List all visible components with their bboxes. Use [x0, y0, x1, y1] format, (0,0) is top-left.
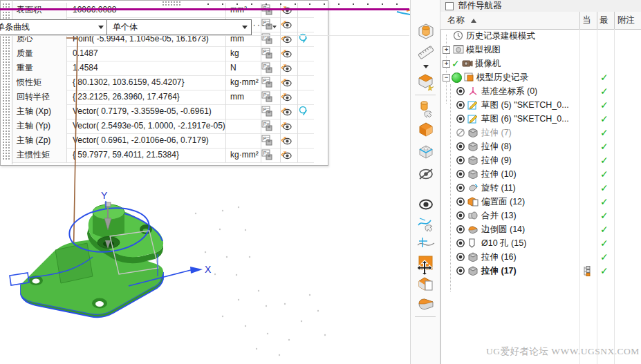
tree-item-label[interactable]: 拉伸 (9): [481, 153, 512, 167]
show-icon[interactable]: [416, 195, 436, 214]
tree-item-label[interactable]: 拉伸 (7): [481, 126, 512, 140]
tree-item-草图-5-SKETCH_0-[interactable]: 草图 (5) "SKETCH_0...✓: [440, 98, 641, 112]
curve-point-icon[interactable]: [416, 234, 436, 253]
column-current[interactable]: 当: [582, 12, 591, 29]
tree-item-摄像机[interactable]: +✓摄像机: [440, 57, 641, 70]
uptodate-check-icon: ✓: [600, 84, 609, 98]
extrude-feature-icon: [467, 141, 479, 151]
tree-item-拉伸-10-[interactable]: 拉伸 (10)✓: [440, 167, 641, 181]
forum-watermark: UG爱好者论坛 WWW.UGSNX.COM: [486, 345, 640, 358]
tree-item-label[interactable]: 草图 (5) "SKETCH_0...: [481, 98, 569, 112]
edit-sketch-icon[interactable]: [416, 214, 436, 233]
expand-icon[interactable]: +: [443, 60, 450, 68]
curve-rule-dropdown[interactable]: 单条曲线: [0, 19, 108, 35]
hide-icon[interactable]: [416, 164, 436, 184]
tree-item-拉伸-16-[interactable]: 拉伸 (16)✓: [440, 250, 641, 264]
tree-item-label[interactable]: 拉伸 (8): [481, 140, 512, 153]
part-model[interactable]: [21, 204, 163, 317]
tree-item-偏置面-12-[interactable]: 偏置面 (12)✓: [440, 195, 641, 209]
chevron-down-icon[interactable]: [242, 26, 248, 29]
tree-item-label[interactable]: 拉伸 (17): [481, 264, 517, 278]
uptodate-check-icon: ✓: [600, 222, 609, 236]
more-options-button[interactable]: ···: [249, 19, 270, 33]
blend-face-icon[interactable]: [416, 294, 436, 314]
tree-item-label[interactable]: 边倒圆 (14): [481, 222, 525, 236]
y-axis-label: Y: [101, 190, 108, 201]
expand-icon[interactable]: +: [443, 46, 450, 54]
chevron-down-icon[interactable]: [98, 26, 104, 29]
eye-icon[interactable]: [456, 224, 465, 234]
dashed-line-points: [207, 3, 408, 5]
csys-feature-icon: [467, 86, 479, 96]
body-rule-dropdown[interactable]: 单个体: [106, 19, 252, 35]
eye-icon[interactable]: [456, 252, 465, 262]
tree-item-合并-13-[interactable]: 合并 (13)✓: [440, 209, 641, 222]
eye-icon[interactable]: [456, 114, 465, 124]
clock-icon: [453, 30, 463, 41]
toolbar-overflow-chevron-icon[interactable]: [272, 26, 277, 28]
navigator-column-header[interactable]: 名称 当 最 附注: [440, 12, 641, 30]
eye-icon[interactable]: [456, 211, 465, 220]
tree-item-label[interactable]: 旋转 (11): [481, 181, 516, 195]
tree-item-模型视图[interactable]: +模型视图: [440, 43, 641, 57]
uptodate-check-icon: ✓: [600, 195, 609, 209]
graphics-viewport[interactable]: X Y: [0, 0, 410, 364]
tree-item-拉伸-7-[interactable]: 拉伸 (7)✓: [440, 126, 641, 140]
tree-item-草图-6-SKETCH_0-[interactable]: 草图 (6) "SKETCH_0...✓: [440, 112, 641, 126]
eye-icon[interactable]: [456, 100, 465, 110]
tree-item-label[interactable]: 模型视图: [466, 43, 501, 57]
sketch-feature-icon: [467, 113, 479, 124]
tree-item-拉伸-8-[interactable]: 拉伸 (8)✓: [440, 140, 641, 153]
unite-feature-icon: [467, 210, 479, 220]
uptodate-check-icon: ✓: [600, 250, 609, 264]
tree-item-边倒圆-14-[interactable]: 边倒圆 (14)✓: [440, 222, 641, 236]
tree-item-拉伸-9-[interactable]: 拉伸 (9)✓: [440, 153, 641, 167]
body-rule-value: 单个体: [113, 22, 138, 32]
sketch-feature-icon: [467, 99, 479, 110]
primitives-icon[interactable]: [416, 99, 436, 118]
tree-item-label[interactable]: 摄像机: [475, 57, 501, 70]
feature-wizard-icon[interactable]: [416, 71, 436, 90]
tree-item-label[interactable]: Ø10 孔 (15): [481, 236, 526, 250]
hole-feature-icon: [467, 238, 476, 248]
eye-icon[interactable]: [456, 142, 465, 151]
tree-item-旋转-11-[interactable]: 旋转 (11)✓: [440, 181, 641, 195]
uptodate-check-icon: ✓: [600, 167, 609, 181]
check-icon: ✓: [452, 57, 460, 70]
tree-item-label[interactable]: 草图 (6) "SKETCH_0...: [481, 112, 569, 126]
tree-item-拉伸-17-[interactable]: 拉伸 (17)✓: [440, 264, 641, 278]
tree-item-模型历史记录[interactable]: −模型历史记录✓: [440, 70, 641, 84]
extrude-cube-icon[interactable]: [416, 142, 436, 161]
column-note[interactable]: 附注: [617, 12, 635, 29]
eye-icon[interactable]: [456, 197, 465, 207]
measure-body-icon[interactable]: [416, 21, 436, 41]
sort-ascending-icon[interactable]: [471, 19, 476, 23]
eye-icon[interactable]: [456, 183, 465, 193]
eye-icon[interactable]: [456, 169, 465, 179]
tree-item-label[interactable]: 基准坐标系 (0): [481, 84, 537, 98]
tree-item-label[interactable]: 拉伸 (16): [481, 250, 517, 264]
tree-item-历史记录建模模式[interactable]: 历史记录建模模式: [440, 29, 641, 43]
eye-icon[interactable]: [456, 266, 465, 276]
uptodate-check-icon: ✓: [600, 112, 609, 126]
tree-item-label[interactable]: 合并 (13): [481, 209, 517, 222]
eye-hidden-icon[interactable]: [456, 128, 465, 137]
extrude-feature-icon: [467, 155, 479, 165]
hist-icon: [463, 72, 475, 82]
column-latest[interactable]: 最: [600, 12, 609, 29]
tree-item-label[interactable]: 拉伸 (10): [481, 167, 517, 181]
tree-item-label[interactable]: 历史记录建模模式: [466, 29, 535, 43]
part-navigator-titlebar[interactable]: 部件导航器: [440, 0, 641, 12]
column-name[interactable]: 名称: [447, 12, 465, 29]
eye-icon[interactable]: [456, 155, 465, 165]
eye-icon[interactable]: [456, 86, 465, 96]
collapse-icon[interactable]: −: [443, 74, 450, 82]
tree-item-基准坐标系-0-[interactable]: 基准坐标系 (0)✓: [440, 84, 641, 98]
block-icon[interactable]: [416, 119, 436, 139]
tree-item-label[interactable]: 模型历史记录: [476, 70, 528, 84]
ruler-icon[interactable]: [416, 43, 436, 62]
uptodate-check-icon: ✓: [600, 181, 609, 195]
tree-item-label[interactable]: 偏置面 (12): [481, 195, 525, 209]
tree-item-Ø10-孔-15-[interactable]: Ø10 孔 (15)✓: [440, 236, 641, 250]
eye-icon[interactable]: [456, 238, 465, 248]
